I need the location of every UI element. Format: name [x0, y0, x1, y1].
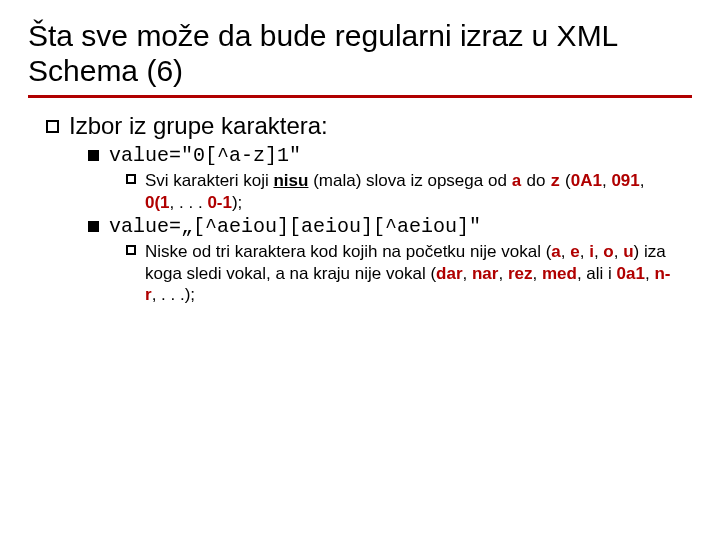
bullet-l3: Niske od tri karaktera kod kojih na poče… [126, 241, 692, 305]
bullet-l2: value="0[^a-z]1" [88, 144, 692, 168]
desc-2: Niske od tri karaktera kod kojih na poče… [145, 241, 675, 305]
square-open-icon [46, 120, 59, 133]
square-solid-icon [88, 221, 99, 232]
square-solid-icon [88, 150, 99, 161]
slide-title: Šta sve može da bude regularni izraz u X… [28, 18, 692, 89]
square-open-icon [126, 245, 136, 255]
title-underline [28, 95, 692, 98]
l1-text: Izbor iz grupe karaktera: [69, 112, 328, 140]
bullet-l2: value=„[^aeiou][aeiou][^aeiou]" [88, 215, 692, 239]
desc-1: Svi karakteri koji nisu (mala) slova iz … [145, 170, 675, 214]
bullet-l1: Izbor iz grupe karaktera: [46, 112, 692, 140]
code-value-1: value="0[^a-z]1" [109, 144, 301, 168]
code-value-2: value=„[^aeiou][aeiou][^aeiou]" [109, 215, 481, 239]
bullet-l3: Svi karakteri koji nisu (mala) slova iz … [126, 170, 692, 214]
square-open-icon [126, 174, 136, 184]
